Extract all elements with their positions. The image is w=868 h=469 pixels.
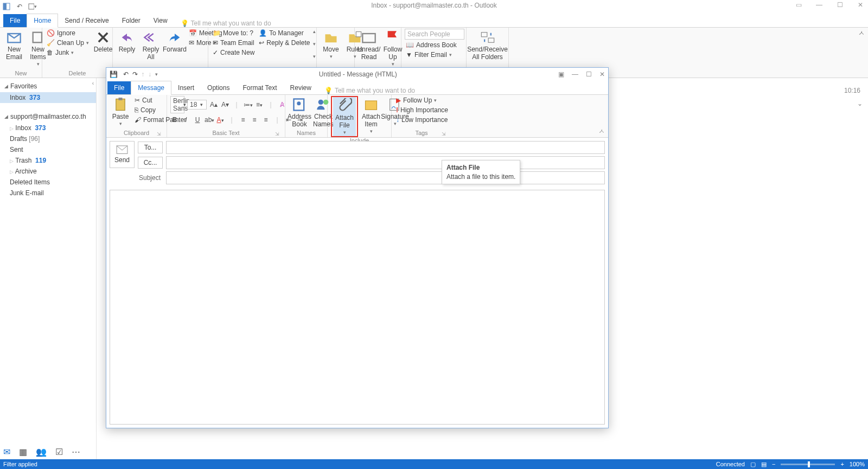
ignore-button[interactable]: 🚫 Ignore [46,29,90,37]
address-book-button[interactable]: 📖 Address Book [405,41,464,49]
message-body-editor[interactable] [110,190,605,425]
tab-folder[interactable]: Folder [116,14,147,27]
mail-view-icon[interactable]: ✉ [3,447,10,457]
c-maximize-button[interactable]: ☐ [586,70,592,78]
move-button[interactable]: Move▾ [320,29,342,60]
nav-junk[interactable]: Junk E-mail [0,188,96,198]
followup-btn[interactable]: ▶ Follow Up▾ [395,96,449,105]
reply-button[interactable]: Reply [116,29,138,55]
ribbon-mode-icon[interactable]: ▭ [793,1,804,9]
more-view-icon[interactable]: ⋯ [72,447,80,457]
c-collapse-ribbon-icon[interactable]: ㅅ [598,127,605,136]
new-email-button[interactable]: New Email [3,29,25,62]
calendar-view-icon[interactable]: ▦ [19,447,27,457]
nav-trash[interactable]: ▷ Trash 119 [0,155,96,166]
people-view-icon[interactable]: 👥 [36,447,47,457]
c-up-icon[interactable]: ↑ [141,70,144,78]
junk-button[interactable]: 🗑 Junk▾ [46,48,90,57]
qs-to-manager[interactable]: 👤 To Manager [258,29,311,37]
c-redo-icon[interactable]: ↷ [132,70,138,78]
c-tab-format[interactable]: Format Text [236,81,283,94]
bold-icon[interactable]: B [170,116,179,124]
close-button[interactable]: ✕ [855,1,866,9]
zoom-in-icon[interactable]: + [840,461,844,467]
collapse-ribbon-icon[interactable]: ㅅ [858,29,865,38]
send-button[interactable]: Send [110,141,135,168]
tab-view[interactable]: View [147,14,174,27]
qs-reply-delete[interactable]: ↩ Reply & Delete [258,38,311,47]
tab-send-receive[interactable]: Send / Receive [58,14,115,27]
view-reading-icon[interactable]: ▤ [761,461,767,468]
undo-icon[interactable]: ↶ [15,2,24,11]
grow-font-icon[interactable]: A▴ [209,101,218,108]
favorites-header[interactable]: ◢Favorites [0,80,96,92]
qat-customize-icon[interactable]: ▾ [28,2,37,11]
nav-inbox-fav[interactable]: Inbox 373 [0,92,96,103]
zoom-out-icon[interactable]: − [772,461,775,467]
font-size-select[interactable]: 18 ▾ [187,100,207,110]
nav-drafts[interactable]: Drafts [96] [0,133,96,144]
paste-button[interactable]: Paste▾ [110,96,131,127]
cleanup-button[interactable]: 🧹 Clean Up▾ [46,38,90,47]
to-input[interactable] [166,141,605,154]
c-tell-me[interactable]: 💡 Tell me what you want to do [324,87,415,94]
send-receive-button[interactable]: Send/Receive All Folders [470,29,505,62]
collapse-nav-icon[interactable]: ‹ [92,80,94,86]
c-popout-icon[interactable]: ▣ [558,70,564,78]
follow-up-button[interactable]: Follow Up▾ [382,29,404,68]
qs-create-new[interactable]: ✓ Create New [212,48,256,57]
attach-item-button[interactable]: Attach Item▾ [360,96,382,135]
low-importance-btn[interactable]: ↓ Low Importance [395,115,449,124]
unread-read-button[interactable]: Unread/ Read [358,29,380,62]
qs-move-to[interactable]: 📁 Move to: ? [212,29,256,37]
nav-sent[interactable]: Sent [0,144,96,155]
align-right-icon[interactable]: ≡ [261,116,270,124]
c-minimize-button[interactable]: — [572,70,578,78]
align-center-icon[interactable]: ≡ [250,116,259,124]
nav-inbox[interactable]: ▷ Inbox 373 [0,123,96,133]
italic-icon[interactable]: I [182,116,190,124]
tab-home[interactable]: Home [27,14,58,28]
maximize-button[interactable]: ☐ [834,1,845,9]
align-left-icon[interactable]: ≡ [239,116,247,124]
cc-input[interactable] [166,156,605,169]
c-undo-icon[interactable]: ↶ [123,70,129,78]
delete-button[interactable]: Delete [92,29,114,55]
font-color-icon[interactable]: A▾ [216,116,225,124]
forward-button[interactable]: Forward [164,29,186,55]
numbering-icon[interactable]: ≡▾ [255,101,264,108]
cc-button[interactable]: Cc... [138,157,163,169]
tasks-view-icon[interactable]: ☑ [55,447,63,457]
c-tab-file[interactable]: File [107,81,131,94]
highlight-icon[interactable]: ab▾ [205,116,213,124]
filter-email-button[interactable]: ▼ Filter Email▾ [405,50,464,59]
account-header[interactable]: ◢support@mailmaster.co.th [0,111,96,123]
tell-me[interactable]: 💡 Tell me what you want to do [181,20,271,27]
qs-team-email[interactable]: ✉ Team Email [212,38,256,47]
zoom-slider[interactable] [781,464,835,465]
reply-all-button[interactable]: Reply All [140,29,162,62]
qat-outlook-icon[interactable] [2,2,11,11]
font-name-select[interactable]: Berlin Sans ▾ [170,96,184,113]
high-importance-btn[interactable]: ! High Importance [395,106,449,114]
tab-file[interactable]: File [3,14,27,27]
underline-icon[interactable]: U [193,116,202,124]
bullets-icon[interactable]: ≔▾ [244,101,252,108]
address-book-btn[interactable]: Address Book [289,96,310,130]
search-people-input[interactable]: Search People [405,29,464,40]
minimize-button[interactable]: — [814,1,825,9]
shrink-font-icon[interactable]: A▾ [221,101,229,108]
c-tab-options[interactable]: Options [201,81,236,94]
c-tab-review[interactable]: Review [284,81,318,94]
c-tab-insert[interactable]: Insert [171,81,201,94]
attach-file-button[interactable]: Attach File▾ [333,97,356,136]
subject-input[interactable] [166,171,605,184]
to-button[interactable]: To... [138,142,163,153]
nav-archive[interactable]: ▷ Archive [0,166,96,177]
c-close-button[interactable]: ✕ [599,70,605,78]
c-down-icon[interactable]: ↓ [148,70,151,78]
view-normal-icon[interactable]: ▢ [750,461,756,468]
nav-deleted[interactable]: Deleted Items [0,177,96,188]
c-tab-message[interactable]: Message [131,81,171,95]
c-save-icon[interactable]: 💾 [110,70,118,78]
